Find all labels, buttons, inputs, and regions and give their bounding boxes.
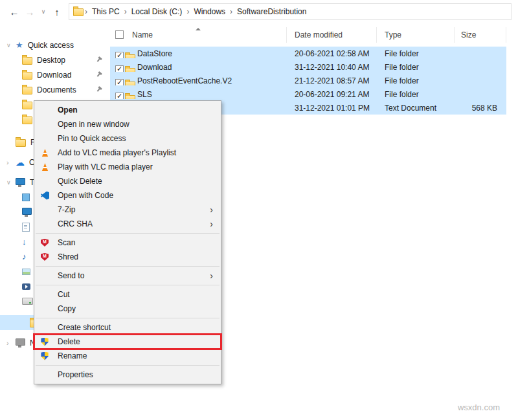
- menu-item-label: Cut: [58, 290, 70, 299]
- sort-ascending-icon: [196, 28, 201, 30]
- chevron-collapsed-icon[interactable]: [6, 339, 9, 347]
- menu-item-label: Open with Code: [58, 191, 113, 200]
- vlc-icon: [41, 163, 49, 171]
- menu-item-label: Scan: [58, 238, 75, 247]
- breadcrumb-windows[interactable]: Windows: [190, 7, 229, 16]
- menu-item-label: Quick Delete: [58, 177, 102, 186]
- breadcrumb-local-disk[interactable]: Local Disk (C:): [128, 7, 186, 16]
- menu-item-label: Shred: [58, 252, 78, 261]
- pictures-icon: [22, 269, 30, 275]
- menu-item-create-shortcut[interactable]: Create shortcut: [34, 320, 221, 335]
- name-cell: SLS: [110, 90, 287, 99]
- star-icon: [16, 41, 23, 49]
- date-modified: 20-06-2021 02:58 AM: [287, 49, 377, 58]
- date-modified: 31-12-2021 10:40 AM: [287, 63, 377, 72]
- menu-item-delete[interactable]: Delete: [34, 335, 221, 349]
- chevron-expanded-icon[interactable]: [6, 42, 11, 49]
- menu-item-pin-to-quick-access[interactable]: Pin to Quick access: [34, 131, 221, 146]
- chevron-collapsed-icon[interactable]: [6, 159, 9, 166]
- sidebar-item-label: Documents: [37, 85, 76, 94]
- select-all-checkbox[interactable]: [115, 30, 124, 39]
- row-checkbox[interactable]: [115, 93, 124, 99]
- menu-item-label: Rename: [58, 351, 87, 360]
- red-shield-icon: [41, 239, 49, 247]
- folder-icon: [125, 68, 135, 72]
- menu-item-send-to[interactable]: Send to: [34, 269, 221, 283]
- sidebar-item-documents[interactable]: Documents: [0, 82, 110, 97]
- sidebar-item-quick-access[interactable]: Quick access: [0, 38, 110, 52]
- address-bar[interactable]: This PC Local Disk (C:) Windows Software…: [69, 3, 512, 20]
- breadcrumb-softwaredistribution[interactable]: SoftwareDistribution: [234, 7, 310, 16]
- breadcrumb-chevron-icon: [123, 7, 128, 16]
- documents-icon: [22, 223, 30, 232]
- menu-item-7zip[interactable]: 7-Zip: [34, 203, 221, 217]
- menu-item-properties[interactable]: Properties: [34, 368, 221, 382]
- context-menu: Open Open in new window Pin to Quick acc…: [34, 100, 221, 384]
- menu-item-open[interactable]: Open: [34, 103, 221, 117]
- menu-item-label: Copy: [58, 304, 76, 313]
- menu-item-label: Delete: [58, 337, 80, 346]
- menu-item-label: Play with VLC media player: [58, 162, 153, 171]
- column-header-size[interactable]: Size: [455, 27, 506, 43]
- folder-icon: [16, 139, 26, 147]
- up-icon[interactable]: [49, 6, 65, 17]
- file-type: Text Document: [377, 104, 455, 113]
- column-header-date-modified[interactable]: Date modified: [287, 27, 377, 43]
- table-row[interactable]: Download 31-12-2021 10:40 AM File folder: [110, 60, 506, 74]
- submenu-arrow-icon: [210, 271, 213, 280]
- menu-item-crc-sha[interactable]: CRC SHA: [34, 217, 221, 231]
- menu-item-open-new-window[interactable]: Open in new window: [34, 117, 221, 131]
- folder-icon: [125, 54, 135, 58]
- menu-item-label: CRC SHA: [58, 219, 93, 228]
- sidebar-item-desktop[interactable]: Desktop: [0, 52, 110, 67]
- back-icon[interactable]: [6, 6, 22, 17]
- row-checkbox[interactable]: [115, 65, 124, 72]
- list-header: Name Date modified Type Size: [110, 27, 518, 43]
- menu-item-vlc-add-playlist[interactable]: Add to VLC media player's Playlist: [34, 146, 221, 160]
- onedrive-cloud-icon: [16, 158, 25, 167]
- menu-item-label: Add to VLC media player's Playlist: [58, 148, 176, 157]
- chevron-expanded-icon[interactable]: [6, 179, 11, 186]
- file-type: File folder: [377, 49, 455, 58]
- name-cell: Download: [110, 63, 287, 72]
- explorer-window: { "watermark": "wsxdn.com", "toolbar": {…: [0, 0, 518, 420]
- menu-item-label: Send to: [58, 271, 84, 280]
- menu-item-quick-delete[interactable]: Quick Delete: [34, 174, 221, 188]
- sidebar-item-download[interactable]: Download: [0, 67, 110, 82]
- vlc-icon: [41, 149, 49, 157]
- navigation-toolbar: This PC Local Disk (C:) Windows Software…: [0, 0, 518, 23]
- menu-item-label: Properties: [58, 370, 93, 379]
- name-cell: PostRebootEventCache.V2: [110, 76, 287, 85]
- menu-item-scan[interactable]: Scan: [34, 236, 221, 250]
- date-modified: 21-12-2021 08:57 AM: [287, 76, 377, 85]
- menu-item-cut[interactable]: Cut: [34, 287, 221, 302]
- table-row[interactable]: DataStore 20-06-2021 02:58 AM File folde…: [110, 47, 506, 60]
- videos-icon: [22, 283, 30, 290]
- menu-separator: [36, 233, 220, 234]
- row-checkbox[interactable]: [115, 52, 124, 58]
- folder-icon: [125, 82, 135, 85]
- recent-locations-chevron-icon[interactable]: [38, 8, 49, 15]
- menu-item-label: 7-Zip: [58, 205, 75, 214]
- menu-item-rename[interactable]: Rename: [34, 349, 221, 363]
- menu-item-shred[interactable]: Shred: [34, 250, 221, 264]
- breadcrumb-this-pc[interactable]: This PC: [89, 7, 123, 16]
- file-name: Download: [137, 63, 172, 72]
- submenu-arrow-icon: [210, 205, 213, 214]
- uac-shield-icon: [41, 352, 49, 360]
- uac-shield-icon: [41, 338, 49, 346]
- row-checkbox[interactable]: [115, 79, 124, 85]
- folder-icon: [22, 87, 32, 94]
- sidebar-item-label: Download: [37, 71, 71, 80]
- menu-item-vlc-play[interactable]: Play with VLC media player: [34, 160, 221, 174]
- breadcrumb-chevron-icon: [185, 7, 190, 16]
- column-header-type[interactable]: Type: [377, 27, 455, 43]
- table-row[interactable]: PostRebootEventCache.V2 21-12-2021 08:57…: [110, 74, 506, 87]
- menu-item-copy[interactable]: Copy: [34, 302, 221, 316]
- breadcrumb-chevron-icon: [84, 7, 89, 16]
- watermark: wsxdn.com: [458, 403, 500, 412]
- table-row[interactable]: SLS 20-06-2021 09:21 AM File folder: [110, 87, 506, 101]
- file-type: File folder: [377, 90, 455, 99]
- menu-item-open-with-code[interactable]: Open with Code: [34, 188, 221, 203]
- forward-icon[interactable]: [22, 6, 38, 17]
